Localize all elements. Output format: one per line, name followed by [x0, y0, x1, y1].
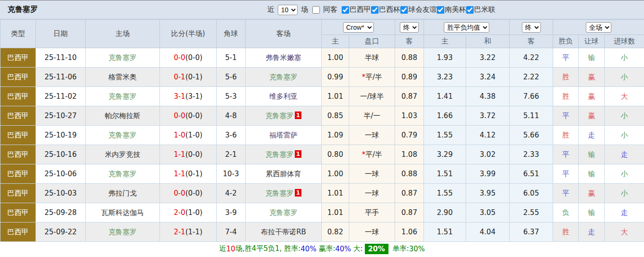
away-team-name[interactable]: 维多利亚 — [269, 92, 298, 101]
asian-bookmaker-header: Crow* — [322, 20, 395, 35]
half-time-score: (0-1) — [185, 73, 203, 81]
footer-segment: 20% — [365, 244, 388, 254]
same-away-checkbox[interactable] — [312, 6, 320, 14]
home-team-name[interactable]: 瓦斯科达伽马 — [101, 208, 144, 217]
asian-away-odds: 0.89 — [395, 68, 424, 87]
away-team-cell[interactable]: 克鲁塞罗 — [246, 203, 322, 223]
league-cell: 巴西甲 — [0, 223, 36, 242]
europe-final-select[interactable]: 终 — [522, 22, 541, 33]
home-team-name[interactable]: 克鲁塞罗 — [108, 53, 137, 62]
home-team-name[interactable]: 克鲁塞罗 — [108, 92, 137, 101]
corners-cell: 2-1 — [217, 145, 246, 164]
away-team-name[interactable]: 克鲁塞罗 — [265, 189, 294, 197]
home-team-name[interactable]: 帕尔梅拉斯 — [105, 111, 141, 120]
away-team-cell[interactable]: 布拉干蒂诺RB — [246, 223, 322, 242]
result-goals: 小 — [605, 48, 644, 68]
asian-final-select[interactable]: 终 — [400, 22, 419, 33]
home-team-cell[interactable]: 克鲁塞罗 — [86, 48, 160, 68]
away-team-name[interactable]: 克鲁塞罗 — [265, 111, 294, 120]
date-cell: 25-11-02 — [36, 87, 86, 106]
asian-handicap-line: 一球 — [349, 223, 395, 242]
result-goals: 小 — [605, 68, 644, 87]
half-time-score: (0-0) — [185, 111, 203, 120]
away-team-cell[interactable]: 维多利亚 — [246, 87, 322, 106]
footer-segment: 30% — [409, 245, 424, 253]
home-team-name[interactable]: 米内罗竞技 — [105, 150, 141, 159]
corners-cell: 5-1 — [217, 48, 246, 68]
date-cell: 25-09-28 — [36, 203, 86, 223]
away-team-name[interactable]: 克鲁塞罗 — [269, 208, 298, 217]
home-team-cell[interactable]: 克鲁塞罗 — [86, 87, 160, 106]
away-team-cell[interactable]: 克鲁塞罗1 — [246, 145, 322, 164]
scope-select[interactable]: 全场 — [586, 22, 611, 33]
away-team-name[interactable]: 弗鲁米嫩塞 — [266, 53, 301, 62]
home-team-cell[interactable]: 克鲁塞罗 — [86, 164, 160, 184]
home-team-cell[interactable]: 瓦斯科达伽马 — [86, 203, 160, 223]
europe-draw-odds: 3.05 — [466, 203, 510, 223]
result-handicap: 赢 — [579, 87, 605, 106]
asian-bookmaker-select[interactable]: Crow* — [343, 22, 374, 33]
away-team-cell[interactable]: 克鲁塞罗1 — [246, 106, 322, 126]
match-row: 巴西甲25-11-06格雷米奥0-1(0-1)5-6克鲁塞罗0.99*平/半0.… — [0, 68, 644, 87]
asian-away-odds: 1.08 — [395, 145, 424, 164]
half-time-score: (3-1) — [185, 92, 203, 101]
competition-checkbox-2[interactable] — [400, 6, 408, 14]
europe-draw-odds: 3.24 — [466, 68, 510, 87]
away-team-cell[interactable]: 克鲁塞罗 — [246, 68, 322, 87]
score-cell: 0-0(0-0) — [160, 184, 217, 203]
league-cell: 巴西甲 — [0, 68, 36, 87]
home-team-cell[interactable]: 克鲁塞罗 — [86, 223, 160, 242]
subheader-asian-away: 客 — [395, 35, 424, 48]
home-team-name[interactable]: 克鲁塞罗 — [108, 170, 137, 178]
away-team-name[interactable]: 布拉干蒂诺RB — [261, 228, 306, 236]
home-team-cell[interactable]: 帕尔梅拉斯 — [86, 106, 160, 126]
europe-away-odds: 2.22 — [510, 68, 553, 87]
asian-home-odds: 1.01 — [322, 87, 349, 106]
home-team-cell[interactable]: 格雷米奥 — [86, 68, 160, 87]
europe-home-odds: 1.66 — [424, 106, 466, 126]
competition-label-4: 巴米联 — [474, 5, 495, 14]
home-team-name[interactable]: 弗拉门戈 — [108, 189, 137, 197]
result-goals: 走 — [605, 145, 644, 164]
competition-checkbox-4[interactable] — [466, 6, 474, 14]
home-team-name[interactable]: 格雷米奥 — [108, 73, 137, 81]
result-outcome: 胜 — [553, 223, 579, 242]
home-team-name[interactable]: 克鲁塞罗 — [108, 131, 137, 139]
away-team-cell[interactable]: 弗鲁米嫩塞 — [246, 48, 322, 68]
away-team-cell[interactable]: 福塔雷萨 — [246, 126, 322, 145]
col-header-score: 比分(半场) — [160, 20, 217, 48]
match-row: 巴西甲25-10-06克鲁塞罗1-1(0-1)10-3累西腓体育1.00一球0.… — [0, 164, 644, 184]
same-away-filter: 同客 — [309, 5, 338, 14]
away-team-cell[interactable]: 累西腓体育 — [246, 164, 322, 184]
competition-checkbox-3[interactable] — [437, 6, 444, 14]
date-cell: 25-11-10 — [36, 48, 86, 68]
europe-home-odds: 1.41 — [424, 87, 466, 106]
footer-segment: 40% — [300, 245, 316, 253]
europe-home-odds: 1.51 — [424, 223, 466, 242]
away-team-cell[interactable]: 克鲁塞罗1 — [246, 184, 322, 203]
asian-away-odds: 0.79 — [395, 126, 424, 145]
competition-checkbox-0[interactable] — [342, 6, 349, 14]
league-cell: 巴西甲 — [0, 145, 36, 164]
competition-checkbox-1[interactable] — [371, 6, 379, 14]
europe-draw-odds: 3.02 — [466, 145, 510, 164]
europe-odds-select[interactable]: 胜平负均值 — [444, 22, 489, 33]
away-team-name[interactable]: 福塔雷萨 — [269, 131, 298, 139]
recent-count-select[interactable]: 10 — [278, 5, 298, 15]
asian-handicap-line: 一球 — [349, 184, 395, 203]
home-team-cell[interactable]: 克鲁塞罗 — [86, 126, 160, 145]
asian-handicap-line: 半球 — [349, 48, 395, 68]
result-handicap: 赢 — [579, 68, 605, 87]
away-team-name[interactable]: 克鲁塞罗 — [265, 150, 294, 159]
home-team-name[interactable]: 克鲁塞罗 — [108, 228, 137, 236]
scope-header: 全场 — [553, 20, 644, 35]
league-cell: 巴西甲 — [0, 184, 36, 203]
home-team-cell[interactable]: 弗拉门戈 — [86, 184, 160, 203]
away-team-name[interactable]: 累西腓体育 — [266, 170, 301, 178]
away-team-name[interactable]: 克鲁塞罗 — [269, 73, 298, 81]
full-time-score: 3-1 — [174, 92, 185, 101]
corners-cell: 3-6 — [217, 126, 246, 145]
home-team-cell[interactable]: 米内罗竞技 — [86, 145, 160, 164]
match-row: 巴西甲25-09-22克鲁塞罗2-1(1-1)7-4布拉干蒂诺RB0.82一球1… — [0, 223, 644, 242]
league-cell: 巴西甲 — [0, 164, 36, 184]
